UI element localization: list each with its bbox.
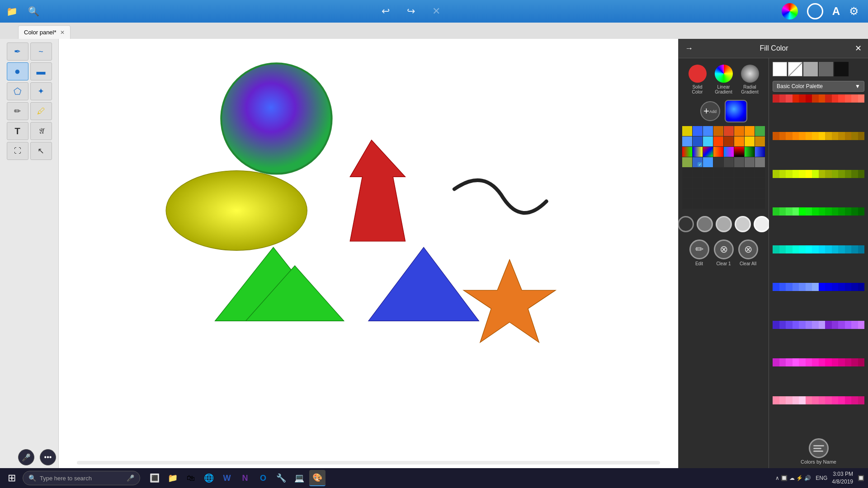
bc-yg1[interactable] (773, 170, 779, 178)
bc-bp13[interactable] (851, 321, 858, 329)
swatch-orange3[interactable] (745, 126, 755, 136)
bc-bl12[interactable] (845, 283, 852, 291)
mic-icon[interactable]: 🎤 (127, 474, 134, 482)
bc-yg3[interactable] (786, 170, 793, 178)
bc-yg13[interactable] (851, 170, 858, 178)
transform-tool[interactable]: ⛶ (7, 142, 28, 160)
swatch-h1[interactable] (682, 199, 692, 209)
bc-tl1[interactable] (773, 245, 779, 253)
bc-org13[interactable] (851, 132, 858, 140)
bc-red13[interactable] (851, 94, 858, 103)
taskbar-app-explorer[interactable]: 📁 (165, 470, 181, 486)
bc-red7[interactable] (812, 94, 819, 103)
swatch-blue4[interactable] (693, 136, 703, 146)
redo-button[interactable]: ↪ (403, 3, 419, 19)
swatch-f3[interactable] (703, 178, 713, 188)
swatch-f7[interactable] (745, 178, 755, 188)
bc-yg12[interactable] (845, 170, 852, 178)
bc-bp9[interactable] (825, 321, 832, 329)
bc-bp1[interactable] (773, 321, 779, 329)
color-preview-swatch[interactable] (725, 100, 747, 122)
bc-bl9[interactable] (825, 283, 832, 291)
taskbar-app-store[interactable]: 🛍 (183, 470, 199, 486)
bc-org7[interactable] (812, 132, 819, 140)
color-panel-tab[interactable]: Color panel* ✕ (18, 25, 71, 39)
swatch-e7[interactable] (745, 168, 755, 178)
bc-pk8[interactable] (819, 396, 826, 404)
brush-tool[interactable]: ~ (30, 42, 52, 61)
bc-bp2[interactable] (779, 321, 786, 329)
bc-gr3[interactable] (786, 207, 793, 216)
bc-pk10[interactable] (832, 396, 839, 404)
bc-bp6[interactable] (806, 321, 812, 329)
bc-pk14[interactable] (858, 396, 865, 404)
swatch-f6[interactable] (734, 178, 744, 188)
rect-tool[interactable]: ▬ (30, 62, 52, 80)
circle-tool[interactable]: ● (7, 62, 28, 80)
bc-gr5[interactable] (799, 207, 806, 216)
bc-bp5[interactable] (799, 321, 806, 329)
swatch-red2[interactable] (713, 136, 723, 146)
more-button[interactable]: ••• (40, 449, 56, 465)
bc-gr14[interactable] (858, 207, 865, 216)
bc-bl7[interactable] (812, 283, 819, 291)
bc-yg8[interactable] (819, 170, 826, 178)
taskbar-app-search[interactable]: 🔳 (146, 470, 163, 486)
undo-button[interactable]: ↩ (377, 3, 394, 19)
swatch-e5[interactable] (724, 168, 734, 178)
bc-gr6[interactable] (806, 207, 812, 216)
swatch-orange2[interactable] (734, 126, 744, 136)
bc-red12[interactable] (845, 94, 852, 103)
mic-button[interactable]: 🎤 (18, 449, 34, 465)
bc-org12[interactable] (845, 132, 852, 140)
bc-bp4[interactable] (793, 321, 799, 329)
swatch-gray3[interactable] (734, 157, 744, 167)
taskbar-app-misc2[interactable]: 💻 (291, 470, 307, 486)
bc-bl4[interactable] (793, 283, 799, 291)
bc-red4[interactable] (793, 94, 799, 103)
bc-org3[interactable] (786, 132, 793, 140)
bc-bl8[interactable] (819, 283, 826, 291)
highlight-tool[interactable]: 🖊 (30, 102, 52, 120)
bc-tl7[interactable] (812, 245, 819, 253)
taskbar-search[interactable]: 🔍 Type here to search 🎤 (23, 471, 140, 485)
bc-bp11[interactable] (838, 321, 845, 329)
bc-red8[interactable] (819, 94, 826, 103)
bc-tl9[interactable] (825, 245, 832, 253)
palette-dropdown[interactable]: Basic Color Palette ▼ (773, 81, 864, 92)
scroll-bar[interactable] (77, 461, 660, 465)
swatch-e6[interactable] (734, 168, 744, 178)
swatch-brown[interactable] (755, 136, 765, 146)
panel-arrow-icon[interactable]: → (685, 44, 693, 53)
bc-gr2[interactable] (779, 207, 786, 216)
swatch-e8[interactable] (755, 168, 765, 178)
bc-red2[interactable] (779, 94, 786, 103)
bc-bp3[interactable] (786, 321, 793, 329)
bc-bp14[interactable] (858, 321, 865, 329)
bc-tl5[interactable] (799, 245, 806, 253)
swatch-g6[interactable] (734, 188, 744, 198)
swatch-g2[interactable] (693, 188, 703, 198)
bc-red11[interactable] (838, 94, 845, 103)
bc-yg6[interactable] (806, 170, 812, 178)
bc-org8[interactable] (819, 132, 826, 140)
colors-by-name-section[interactable]: Colors by Name (773, 438, 864, 465)
swatch-blue5[interactable] (703, 157, 713, 167)
bc-mg7[interactable] (812, 358, 819, 366)
bc-red1[interactable] (773, 94, 779, 103)
swatch-gray4[interactable] (745, 157, 755, 167)
swatch-lightgray[interactable] (803, 62, 818, 76)
tab-close-icon[interactable]: ✕ (60, 29, 65, 36)
pen-tool[interactable]: ✒ (7, 42, 28, 61)
bc-mg2[interactable] (779, 358, 786, 366)
swatch-h8[interactable] (755, 199, 765, 209)
bc-yg9[interactable] (825, 170, 832, 178)
gray-circle-4[interactable] (735, 216, 751, 232)
swatch-selected[interactable]: ✓ (693, 157, 703, 167)
settings-icon[interactable]: ⚙ (849, 5, 859, 18)
swatch-e4[interactable] (713, 168, 723, 178)
swatch-e2[interactable] (693, 168, 703, 178)
swatch-grad2[interactable] (693, 147, 703, 157)
swatch-e3[interactable] (703, 168, 713, 178)
bc-bp10[interactable] (832, 321, 839, 329)
